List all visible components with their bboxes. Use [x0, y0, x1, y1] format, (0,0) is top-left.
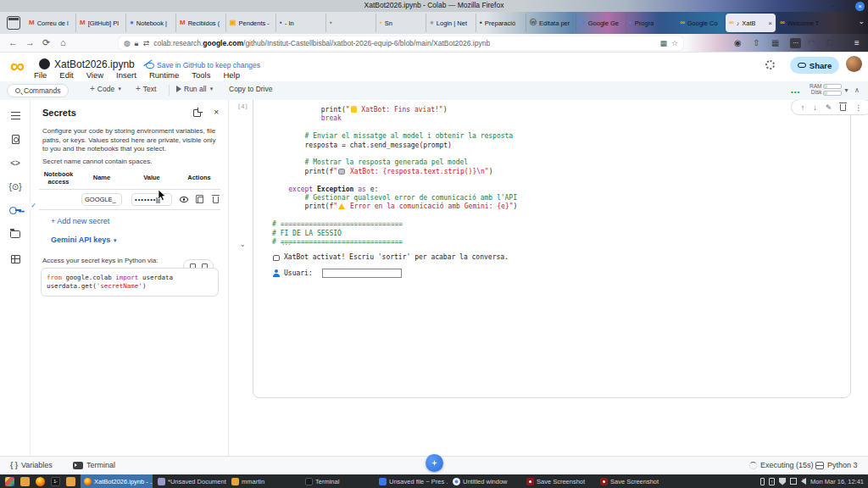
firefox-view-icon[interactable] — [7, 16, 20, 30]
terminal-launcher-icon[interactable]: 1- — [51, 477, 60, 486]
menu-edit[interactable]: Edit — [59, 70, 73, 80]
terminal-button[interactable]: Terminal — [73, 461, 115, 469]
browser-tab[interactable]: ●Login | Net — [426, 14, 476, 32]
browser-tab[interactable]: M[GitHub] Pl — [75, 14, 125, 32]
gemini-api-keys-link[interactable]: Gemini API keys ▼ — [51, 236, 118, 244]
extensions-icon[interactable]: ▦ — [771, 38, 779, 47]
files-folder-icon[interactable] — [7, 225, 24, 242]
more-cell-actions-icon[interactable]: ⋮ — [854, 103, 862, 112]
browser-tab[interactable]: ∞♪XatB× — [726, 14, 776, 32]
variables-inspector-icon[interactable]: {⊙} — [7, 178, 24, 195]
menu-tools[interactable]: Tools — [192, 70, 210, 80]
app-launcher-icon[interactable] — [5, 477, 14, 486]
home-icon[interactable]: ⌂ — [60, 37, 66, 47]
shield-icon[interactable]: ◍ — [124, 39, 131, 47]
browser-tab[interactable]: ▣Pendents - — [225, 14, 275, 32]
panel-close-icon[interactable]: × — [214, 107, 219, 117]
move-cell-down-icon[interactable]: ↓ — [813, 103, 817, 112]
taskbar-window[interactable]: Terminal — [302, 474, 374, 488]
notebook-title[interactable]: XatBot2026.ipynb — [54, 58, 135, 70]
browser-tab[interactable]: ●Notebook | — [125, 14, 175, 32]
browser-tab[interactable]: ▪- In — [275, 14, 326, 32]
share-button[interactable]: Share — [790, 57, 839, 74]
back-icon[interactable]: ← — [8, 37, 18, 47]
folder-launcher-icon[interactable] — [66, 477, 75, 486]
bookmark-star-icon[interactable]: ☆ — [671, 39, 678, 47]
reload-icon[interactable]: ⟳ — [42, 37, 50, 48]
data-table-icon[interactable] — [7, 251, 24, 268]
run-all-button[interactable]: Run all▼ — [176, 85, 214, 93]
taskbar-window[interactable]: Save Screenshot — [523, 474, 595, 488]
colab-logo-icon[interactable]: ∞ — [10, 54, 25, 78]
save-in-github-link[interactable]: Save in GitHub to keep changes — [146, 61, 260, 69]
table-of-contents-icon[interactable] — [7, 107, 24, 124]
taskbar-window[interactable]: XatBot2026.ipynb - ... — [81, 474, 153, 488]
code-cell[interactable]: print(" XatBot: Fins aviat!") break # En… — [253, 100, 851, 398]
kernel-status[interactable]: Python 3 — [815, 461, 858, 469]
browser-tab[interactable]: MCorreu de l — [25, 14, 75, 32]
firefox-launcher-icon[interactable] — [36, 477, 45, 486]
browser-tab[interactable]: ∞Welcome T — [776, 14, 826, 32]
copy-secret-icon[interactable] — [198, 197, 203, 203]
cell-code[interactable]: print(" XatBot: Fins aviat!") break # En… — [272, 106, 517, 247]
usuari-input[interactable] — [322, 269, 402, 278]
secrets-key-icon[interactable] — [7, 202, 24, 219]
menu-view[interactable]: View — [86, 70, 103, 80]
shield-update-icon[interactable] — [779, 478, 786, 485]
browser-tab[interactable]: ▪Sn — [376, 14, 426, 32]
add-code-button[interactable]: +Code▼ — [90, 85, 122, 93]
find-replace-icon[interactable] — [7, 130, 24, 147]
volume-muted-icon[interactable] — [801, 478, 806, 485]
menu-insert[interactable]: Insert — [116, 70, 136, 80]
collapse-output-chevron-icon[interactable]: ⌄ — [240, 241, 246, 248]
share-export-icon[interactable]: ⇧ — [753, 38, 760, 47]
add-text-button[interactable]: +Text — [136, 85, 156, 93]
copy-to-drive-button[interactable]: Copy to Drive — [229, 85, 273, 93]
extensions-grid-icon[interactable]: ▦ — [659, 39, 667, 47]
account-icon[interactable]: ◉ — [734, 38, 742, 47]
show-value-eye-icon[interactable] — [180, 197, 188, 202]
open-in-new-icon[interactable] — [193, 109, 201, 117]
menu-file[interactable]: File — [34, 70, 47, 80]
move-cell-up-icon[interactable]: ↑ — [801, 103, 805, 112]
menu-help[interactable]: Help — [223, 70, 240, 80]
tab-close-icon[interactable]: × — [768, 19, 772, 27]
taskbar-window[interactable]: Unsaved file ~ Pres ... — [376, 474, 448, 488]
variables-button[interactable]: { } Variables — [10, 461, 53, 469]
resources-caret-icon[interactable]: ▼ — [843, 87, 849, 93]
secrets-code-sample[interactable]: from google.colab import userdatauserdat… — [41, 268, 219, 297]
taskbar-window[interactable]: Untitled window — [449, 474, 521, 488]
edit-cell-icon[interactable]: ✎ — [826, 103, 832, 112]
browser-tab[interactable]: ▪Progra — [626, 14, 676, 32]
battery-icon[interactable] — [760, 478, 765, 485]
reader-extension-icon[interactable]: ⋯ — [790, 38, 801, 48]
collapse-header-icon[interactable]: ∧ — [854, 86, 860, 94]
screenshot-crop-icon[interactable]: ⧠ — [826, 38, 833, 48]
minimize-button[interactable]: – — [832, 1, 836, 11]
tab-overflow-chevron-icon[interactable]: ⌄ — [858, 17, 865, 25]
close-button[interactable]: × — [855, 2, 865, 11]
taskbar-window[interactable]: *Unsaved Document 1 — [154, 474, 226, 488]
tab-audio-icon[interactable]: ♪ — [737, 20, 740, 26]
browser-tab[interactable]: ⓌEditata per — [526, 14, 576, 32]
menu-runtime[interactable]: Runtime — [149, 70, 179, 80]
output-options[interactable]: ... — [282, 238, 292, 247]
browser-tab[interactable]: MRecibidos ( — [175, 14, 225, 32]
browser-tab[interactable]: ▪Preparació — [476, 14, 526, 32]
maximize-button[interactable]: □ — [843, 1, 848, 11]
browser-tab[interactable]: ▪ — [326, 14, 376, 32]
menu-hamburger-icon[interactable]: ≡ — [854, 38, 860, 47]
add-new-secret-link[interactable]: + Add new secret — [51, 217, 109, 225]
taskbar-window[interactable]: Save Screenshot — [597, 474, 669, 488]
clipboard-icon[interactable]: ! — [769, 478, 775, 485]
workspace-icon[interactable] — [790, 478, 797, 485]
url-bar[interactable]: ◍ 🔒︎ ⇄ colab.research.google.com/github/… — [119, 36, 683, 50]
commands-button[interactable]: Commands — [7, 84, 69, 97]
delete-secret-icon[interactable] — [213, 197, 219, 203]
delete-cell-icon[interactable] — [840, 104, 846, 111]
secret-name-input[interactable]: GOOGLE_ — [81, 193, 122, 206]
resource-monitor[interactable]: RAM Disk — [810, 83, 842, 96]
file-manager-launcher-icon[interactable] — [20, 477, 30, 486]
code-snippets-icon[interactable]: <> — [7, 154, 24, 171]
cloud-icon[interactable]: ◠ — [808, 38, 815, 47]
